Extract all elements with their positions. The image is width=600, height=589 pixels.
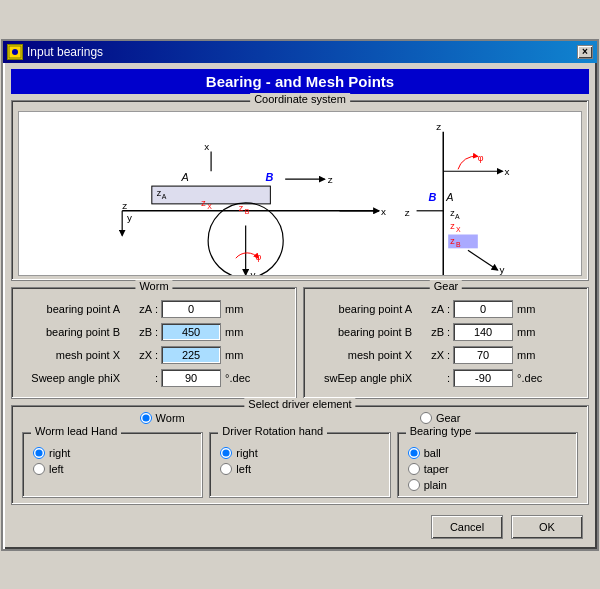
- gear-bearing-a-unit: mm: [517, 303, 535, 315]
- svg-text:y: y: [500, 264, 505, 275]
- worm-gear-section: Worm bearing point A zA : mm bearing poi…: [11, 287, 589, 399]
- gear-mesh-x-input[interactable]: [453, 346, 513, 364]
- worm-sweep-unit: °.dec: [225, 372, 250, 384]
- worm-sweep-row: Sweep angle phiX : °.dec: [20, 369, 288, 387]
- rotation-right-label[interactable]: right: [220, 447, 379, 459]
- svg-text:A: A: [162, 192, 167, 199]
- svg-text:x: x: [381, 205, 386, 216]
- lead-right-label[interactable]: right: [33, 447, 192, 459]
- worm-bearing-b-var: zB: [124, 326, 152, 338]
- rotation-left-label[interactable]: left: [220, 463, 379, 475]
- worm-bearing-a-unit: mm: [225, 303, 243, 315]
- worm-bearing-b-unit: mm: [225, 326, 243, 338]
- close-button[interactable]: ×: [577, 45, 593, 59]
- worm-mesh-x-label: mesh point X: [20, 349, 120, 361]
- gear-mesh-x-unit: mm: [517, 349, 535, 361]
- svg-text:X: X: [207, 202, 212, 209]
- gear-sweep-label: swEep angle phiX: [312, 372, 412, 384]
- worm-mesh-x-var: zX: [124, 349, 152, 361]
- rotation-label: Driver Rotation hand: [218, 425, 327, 437]
- ball-bearing-label[interactable]: ball: [408, 447, 567, 459]
- window-title: Input bearings: [27, 45, 103, 59]
- gear-driver-radio[interactable]: [420, 412, 432, 424]
- worm-section: Worm bearing point A zA : mm bearing poi…: [11, 287, 297, 399]
- worm-driver-radio[interactable]: [140, 412, 152, 424]
- gear-bearing-a-input[interactable]: [453, 300, 513, 318]
- gear-label: Gear: [430, 280, 462, 292]
- ok-button[interactable]: OK: [511, 515, 583, 539]
- svg-text:A: A: [180, 171, 188, 183]
- svg-text:z: z: [328, 174, 333, 185]
- svg-text:y: y: [251, 268, 256, 274]
- worm-bearing-b-label: bearing point B: [20, 326, 120, 338]
- plain-bearing-label[interactable]: plain: [408, 479, 567, 491]
- plain-bearing-radio[interactable]: [408, 479, 420, 491]
- svg-text:z: z: [450, 220, 455, 230]
- cancel-button[interactable]: Cancel: [431, 515, 503, 539]
- svg-text:z: z: [436, 120, 441, 131]
- worm-bearing-a-row: bearing point A zA : mm: [20, 300, 288, 318]
- worm-lead-label: Worm lead Hand: [31, 425, 121, 437]
- driver-radio-row: Worm Gear: [22, 412, 578, 424]
- gear-bearing-b-row: bearing point B zB : mm: [312, 323, 580, 341]
- svg-text:B: B: [428, 190, 436, 202]
- svg-text:φ: φ: [478, 153, 484, 163]
- worm-bearing-a-input[interactable]: [161, 300, 221, 318]
- rotation-left-radio[interactable]: [220, 463, 232, 475]
- svg-text:A: A: [445, 190, 453, 202]
- main-window: Input bearings × Bearing - and Mesh Poin…: [1, 39, 599, 551]
- svg-text:z: z: [122, 199, 127, 210]
- worm-sweep-label: Sweep angle phiX: [20, 372, 120, 384]
- rotation-right-radio[interactable]: [220, 447, 232, 459]
- gear-bearing-b-var: zB: [416, 326, 444, 338]
- worm-mesh-x-row: mesh point X zX : mm: [20, 346, 288, 364]
- page-title: Bearing - and Mesh Points: [11, 69, 589, 94]
- coordinate-image: A B z x z A z X z B: [18, 111, 582, 276]
- svg-rect-3: [152, 186, 271, 204]
- worm-bearing-a-label: bearing point A: [20, 303, 120, 315]
- bottom-bar: Cancel OK: [11, 511, 589, 543]
- gear-sweep-unit: °.dec: [517, 372, 542, 384]
- app-icon: [7, 44, 23, 60]
- svg-text:A: A: [455, 212, 460, 219]
- rotation-box: Driver Rotation hand right left: [209, 432, 390, 498]
- svg-line-39: [468, 250, 498, 270]
- worm-sweep-input[interactable]: [161, 369, 221, 387]
- lead-left-label[interactable]: left: [33, 463, 192, 475]
- worm-driver-radio-label[interactable]: Worm: [140, 412, 185, 424]
- ball-bearing-radio[interactable]: [408, 447, 420, 459]
- taper-bearing-label[interactable]: taper: [408, 463, 567, 475]
- svg-text:x: x: [204, 140, 209, 151]
- gear-sweep-input[interactable]: [453, 369, 513, 387]
- lead-left-radio[interactable]: [33, 463, 45, 475]
- gear-section: Gear bearing point A zA : mm bearing poi…: [303, 287, 589, 399]
- sub-options: Worm lead Hand right left Drive: [22, 432, 578, 498]
- svg-text:x: x: [504, 166, 509, 177]
- gear-sweep-row: swEep angle phiX : °.dec: [312, 369, 580, 387]
- svg-point-1: [12, 49, 18, 55]
- svg-text:z: z: [201, 197, 206, 207]
- worm-mesh-x-input[interactable]: [161, 346, 221, 364]
- svg-text:φ: φ: [256, 252, 262, 262]
- driver-section: Select driver element Worm Gear Worm lea…: [11, 405, 589, 505]
- taper-bearing-radio[interactable]: [408, 463, 420, 475]
- gear-mesh-x-row: mesh point X zX : mm: [312, 346, 580, 364]
- gear-bearing-b-unit: mm: [517, 326, 535, 338]
- gear-bearing-b-input[interactable]: [453, 323, 513, 341]
- gear-bearing-a-var: zA: [416, 303, 444, 315]
- svg-text:z: z: [405, 206, 410, 217]
- worm-bearing-a-var: zA: [124, 303, 152, 315]
- worm-bearing-b-row: bearing point B zB : mm: [20, 323, 288, 341]
- svg-text:z: z: [450, 236, 455, 246]
- worm-mesh-x-unit: mm: [225, 349, 243, 361]
- svg-text:X: X: [456, 225, 461, 232]
- gear-mesh-x-label: mesh point X: [312, 349, 412, 361]
- title-bar: Input bearings ×: [3, 41, 597, 63]
- worm-label: Worm: [135, 280, 172, 292]
- bearing-type-label: Bearing type: [406, 425, 476, 437]
- svg-text:z: z: [239, 202, 244, 212]
- worm-bearing-b-input[interactable]: [161, 323, 221, 341]
- lead-right-radio[interactable]: [33, 447, 45, 459]
- svg-text:y: y: [127, 211, 132, 222]
- gear-driver-radio-label[interactable]: Gear: [420, 412, 460, 424]
